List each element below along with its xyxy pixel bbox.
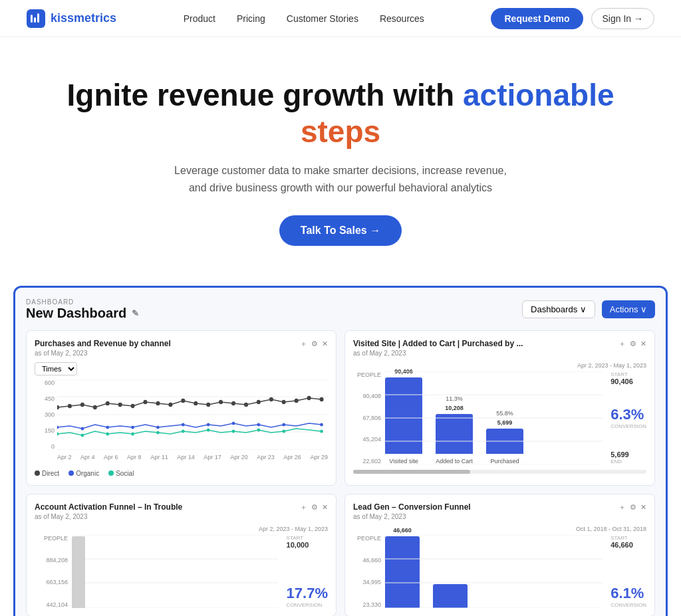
bar-group-purchased: 55.8% 5,699 Purchased [486, 410, 523, 464]
bar-value-visited: 90,406 [394, 368, 413, 375]
pct-purchased: 55.8% [496, 410, 513, 417]
bar-visited [385, 377, 422, 454]
svg-point-37 [207, 423, 210, 426]
settings-icon-visited[interactable]: ⚙ [630, 339, 636, 349]
talk-to-sales-button[interactable]: Talk To Sales → [279, 215, 402, 246]
bar-label-visited: Visited site [389, 458, 418, 464]
dashboard-frame: DASHBOARD New Dashboard ✎ Dashboards ∨ A… [13, 286, 668, 616]
sign-in-button[interactable]: Sign In → [591, 8, 654, 29]
lead-y-axis: PEOPLE 46,660 34,995 23,330 [353, 535, 381, 608]
svg-point-14 [118, 403, 122, 406]
svg-point-31 [57, 425, 59, 429]
nav-customer-stories[interactable]: Customer Stories [287, 13, 358, 24]
request-demo-button[interactable]: Request Demo [491, 8, 583, 29]
lead-bar-1 [385, 536, 420, 608]
add-icon-account[interactable]: ＋ [300, 502, 307, 512]
edit-icon[interactable]: ✎ [132, 308, 139, 318]
dashboard-grid: Purchases and Revenue by channel as of M… [26, 330, 655, 616]
conversion-value: 6.3% [611, 406, 646, 423]
add-icon-visited[interactable]: ＋ [618, 339, 626, 349]
widget-header-account: Account Activation Funnel – In Trouble a… [35, 502, 328, 526]
widget-title-purchases: Purchases and Revenue by channel [35, 339, 171, 348]
bar-label-cart: Added to Cart [436, 458, 473, 464]
nav-product[interactable]: Product [184, 13, 215, 24]
bar-purchased [486, 429, 523, 454]
widget-date-lead: as of May 2, 2023 [353, 513, 471, 520]
svg-point-39 [257, 423, 261, 426]
legend-label-social: Social [116, 470, 134, 477]
legend-dot-direct [35, 470, 40, 476]
close-icon-lead[interactable]: ✕ [640, 502, 646, 512]
widget-header-visited: Visited Site | Added to Cart | Purchased… [353, 339, 646, 362]
account-chart-area: PEOPLE 884,208 663,156 442,104 [35, 535, 328, 608]
widget-icons-visited: ＋ ⚙ ✕ [618, 339, 646, 349]
svg-point-51 [282, 429, 285, 433]
svg-point-43 [80, 433, 84, 437]
svg-point-11 [80, 403, 84, 406]
close-icon-account[interactable]: ✕ [322, 502, 328, 512]
svg-point-12 [93, 405, 96, 409]
actions-button[interactable]: Actions ∨ [602, 300, 655, 318]
line-chart-plot [57, 379, 328, 450]
lead-start-value: 46,660 [611, 541, 646, 549]
close-icon-purchases[interactable]: ✕ [322, 339, 328, 349]
svg-point-25 [257, 400, 261, 403]
settings-icon-account[interactable]: ⚙ [311, 502, 318, 512]
svg-point-9 [57, 405, 59, 409]
bar-group-cart: 11.3% 10,208 Added to Cart [436, 395, 473, 464]
svg-point-21 [207, 403, 210, 406]
start-label: START [611, 371, 646, 377]
chart-legend: Direct Organic Social [35, 470, 328, 477]
lead-conversion: 6.1% [611, 585, 646, 602]
svg-point-47 [182, 429, 185, 433]
svg-point-17 [156, 401, 160, 405]
svg-point-28 [295, 399, 298, 402]
settings-icon-purchases[interactable]: ⚙ [311, 339, 318, 349]
end-value: 5,699 [611, 451, 646, 459]
widget-title-lead: Lead Gen – Conversion Funnel [353, 502, 471, 512]
scrollbar-track [353, 470, 646, 474]
svg-point-10 [68, 404, 72, 407]
svg-point-24 [245, 403, 248, 406]
widget-icons-account: ＋ ⚙ ✕ [300, 502, 328, 512]
main-nav: Product Pricing Customer Stories Resourc… [184, 13, 424, 24]
lead-bars: 46,660 [385, 535, 603, 608]
nav-pricing[interactable]: Pricing [237, 13, 265, 24]
widget-date-purchases: as of May 2, 2023 [35, 350, 171, 357]
funnel-y-axis: PEOPLE 90,408 67,806 45,204 22,602 [353, 371, 381, 464]
y-axis: 600 450 300 150 0 [35, 379, 55, 450]
account-start-value: 10,000 [287, 541, 328, 549]
lead-bar-2 [433, 584, 468, 608]
chart-dropdown[interactable]: Times [35, 362, 77, 375]
widget-date-visited: as of May 2, 2023 [353, 350, 523, 357]
lead-start-label: START [611, 535, 646, 541]
nav-resources[interactable]: Resources [380, 13, 424, 24]
svg-rect-1 [31, 15, 33, 23]
pct-cart: 11.3% [446, 395, 463, 402]
dashboards-button[interactable]: Dashboards ∨ [522, 300, 595, 318]
conversion-label: CONVERSION [611, 423, 646, 429]
widget-account-activation: Account Activation Funnel – In Trouble a… [26, 494, 337, 616]
svg-point-46 [156, 431, 160, 434]
svg-point-36 [182, 423, 185, 426]
settings-icon-lead[interactable]: ⚙ [630, 502, 636, 512]
legend-dot-organic [68, 470, 74, 476]
navbar-right: Request Demo Sign In → [491, 8, 654, 29]
logo[interactable]: kissmetrics [27, 9, 116, 28]
logo-icon [27, 9, 45, 28]
widget-lead-gen: Lead Gen – Conversion Funnel as of May 2… [344, 494, 655, 616]
bar-label-purchased: Purchased [490, 458, 519, 464]
add-icon-lead[interactable]: ＋ [618, 502, 626, 512]
hero-title-actionable: actionable [463, 78, 614, 112]
svg-point-52 [320, 429, 323, 433]
hero-title-prefix: Ignite revenue growth with [67, 78, 463, 112]
widget-header-lead: Lead Gen – Conversion Funnel as of May 2… [353, 502, 646, 526]
account-right-stats: START 10,000 17.7% CONVERSION [287, 535, 328, 608]
close-icon-visited[interactable]: ✕ [640, 339, 646, 349]
svg-point-50 [257, 428, 261, 431]
add-icon-purchases[interactable]: ＋ [300, 339, 307, 349]
scrollbar-thumb[interactable] [353, 470, 470, 474]
hero-section: Ignite revenue growth with actionable st… [0, 37, 681, 272]
svg-point-45 [131, 432, 134, 435]
svg-point-18 [169, 403, 172, 406]
